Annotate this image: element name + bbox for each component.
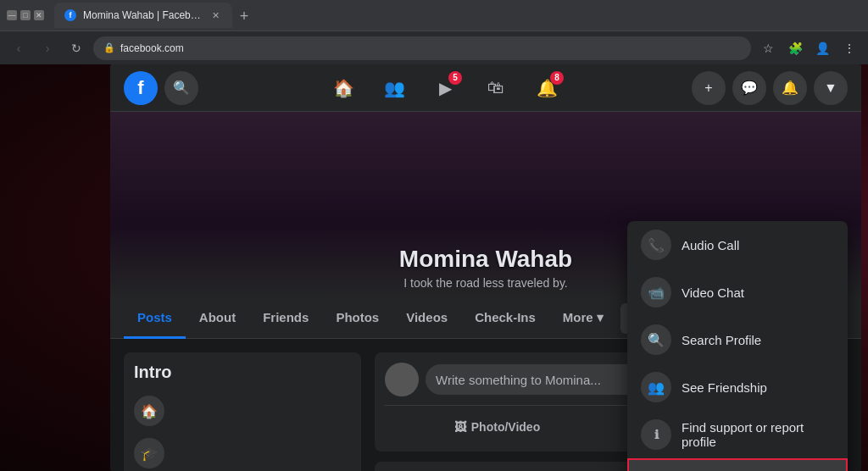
video-chat-label: Video Chat — [682, 285, 744, 300]
video-chat-item[interactable]: 📹 Video Chat — [627, 269, 848, 316]
alerts-button[interactable]: 🔔 — [773, 71, 807, 105]
audio-call-item[interactable]: 📞 Audio Call — [627, 221, 848, 269]
minimize-button[interactable]: — — [7, 10, 17, 20]
nav-right: + 💬 🔔 ▼ — [692, 71, 848, 105]
browser-toolbar: ‹ › ↻ 🔒 facebook.com ☆ 🧩 👤 ⋮ — [0, 30, 868, 64]
create-button[interactable]: + — [692, 71, 726, 105]
tab-about[interactable]: About — [186, 298, 249, 339]
address-text: facebook.com — [120, 42, 741, 54]
refresh-button[interactable]: ↻ — [64, 36, 88, 60]
tab-close-button[interactable]: ✕ — [209, 8, 222, 22]
watch-nav-button[interactable]: ▶ 5 — [421, 68, 469, 108]
tab-photos[interactable]: Photos — [322, 298, 392, 339]
search-button[interactable]: 🔍 — [164, 71, 198, 105]
new-tab-button[interactable]: + — [232, 4, 256, 28]
facebook-logo[interactable]: f — [124, 71, 158, 105]
hat-icon: 🎓 — [134, 438, 164, 468]
video-icon: 📹 — [641, 277, 671, 308]
account-button[interactable]: ▼ — [814, 71, 848, 105]
watch-badge: 5 — [448, 71, 462, 85]
audio-call-label: Audio Call — [682, 238, 739, 252]
notifications-badge: 8 — [550, 71, 564, 85]
see-friendship-item[interactable]: 👥 See Friendship — [627, 363, 848, 411]
search-profile-label: Search Profile — [682, 333, 761, 347]
photo-label: Photo/Video — [471, 420, 540, 434]
toolbar-icons: ☆ 🧩 👤 ⋮ — [756, 36, 861, 60]
tab-posts[interactable]: Posts — [124, 298, 186, 339]
search-profile-item[interactable]: 🔍 Search Profile — [627, 316, 848, 363]
notifications-nav-button[interactable]: 🔔 8 — [523, 68, 570, 108]
browser-chrome: — □ ✕ f Momina Wahab | Facebook ✕ + ‹ › … — [0, 0, 868, 64]
photo-video-button[interactable]: 🖼 Photo/Video — [385, 413, 609, 441]
maximize-button[interactable]: □ — [20, 10, 31, 20]
messenger-button[interactable]: 💬 — [732, 71, 766, 105]
search-profile-icon: 🔍 — [641, 324, 671, 355]
profile-bio: I took the road less traveled by. — [403, 276, 568, 290]
phone-icon: 📞 — [641, 230, 671, 260]
menu-icon[interactable]: ⋮ — [837, 36, 861, 60]
find-support-label: Find support or report profile — [682, 420, 834, 449]
nav-center: 🏠 👥 ▶ 5 🛍 🔔 8 — [198, 68, 692, 108]
friendship-icon: 👥 — [641, 372, 671, 402]
tab-videos[interactable]: Videos — [392, 298, 461, 339]
intro-card: Intro 🏠 🎓 ⚑ — [124, 352, 361, 471]
back-button[interactable]: ‹ — [7, 36, 31, 60]
post-placeholder: Write something to Momina... — [436, 373, 601, 387]
profile-icon[interactable]: 👤 — [810, 36, 834, 60]
tab-bar: f Momina Wahab | Facebook ✕ + — [54, 3, 861, 28]
active-tab[interactable]: f Momina Wahab | Facebook ✕ — [54, 3, 232, 28]
intro-title: Intro — [134, 363, 351, 382]
friends-nav-button[interactable]: 👥 — [370, 68, 418, 108]
tab-more[interactable]: More ▾ — [549, 298, 617, 339]
address-bar[interactable]: 🔒 facebook.com — [93, 36, 751, 60]
find-support-item[interactable]: ℹ Find support or report profile — [627, 411, 848, 458]
profile-name: Momina Wahab — [399, 246, 572, 273]
block-icon: 🚫 — [641, 467, 671, 471]
intro-item: 🎓 — [134, 435, 351, 471]
post-avatar — [385, 363, 419, 396]
facebook-app: f 🔍 🏠 👥 ▶ 5 🛍 🔔 8 + 💬 🔔 ▼ Momina Wahab I… — [110, 64, 861, 471]
see-friendship-label: See Friendship — [682, 380, 767, 395]
close-button[interactable]: ✕ — [34, 10, 44, 20]
tab-checkins[interactable]: Check-Ins — [461, 298, 549, 339]
tab-title: Momina Wahab | Facebook — [83, 9, 202, 21]
extensions-icon[interactable]: 🧩 — [783, 36, 807, 60]
tab-favicon: f — [64, 9, 76, 21]
facebook-navbar: f 🔍 🏠 👥 ▶ 5 🛍 🔔 8 + 💬 🔔 ▼ — [110, 64, 861, 112]
tab-friends[interactable]: Friends — [249, 298, 322, 339]
info-icon: ℹ — [641, 419, 671, 450]
forward-button[interactable]: › — [36, 36, 59, 60]
browser-titlebar: — □ ✕ f Momina Wahab | Facebook ✕ + — [0, 0, 868, 30]
window-controls: — □ ✕ — [7, 10, 44, 20]
dropdown-menu: 📞 Audio Call 📹 Video Chat 🔍 Search Profi… — [627, 221, 848, 471]
bookmark-icon[interactable]: ☆ — [756, 36, 780, 60]
home-nav-button[interactable]: 🏠 — [320, 68, 367, 108]
marketplace-nav-button[interactable]: 🛍 — [472, 68, 520, 108]
intro-item: 🏠 — [134, 392, 351, 429]
block-item[interactable]: 🚫 Block — [627, 458, 848, 471]
photo-icon: 🖼 — [454, 420, 466, 434]
lock-icon: 🔒 — [103, 42, 115, 53]
left-column: Intro 🏠 🎓 ⚑ — [124, 352, 361, 471]
home-icon: 🏠 — [134, 396, 164, 426]
